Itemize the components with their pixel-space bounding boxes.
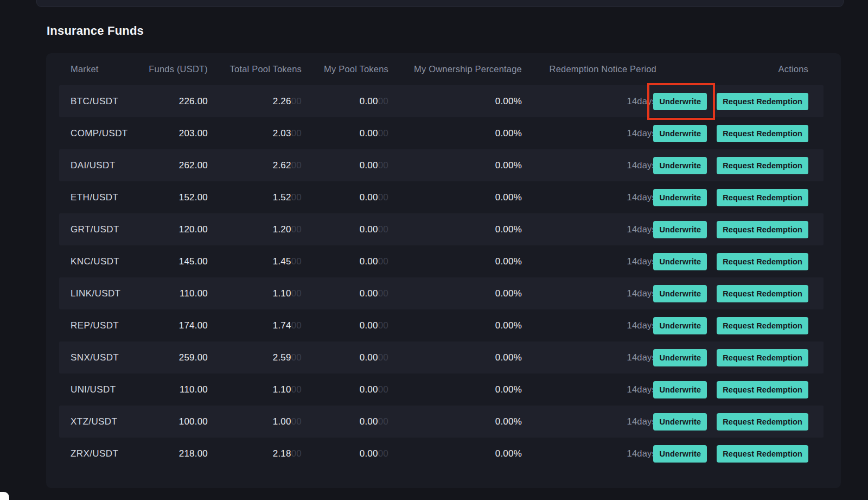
total-pool-tokens-value: 1.10 <box>273 384 291 395</box>
underwrite-button[interactable]: Underwrite <box>653 253 707 270</box>
request-redemption-button[interactable]: Request Redemption <box>717 157 808 174</box>
cell-funds: 262.00 <box>138 149 208 181</box>
cell-actions: Underwrite Request Redemption <box>656 406 824 438</box>
cell-funds: 110.00 <box>138 277 208 309</box>
my-pool-tokens-faded-zeros: 00 <box>378 288 388 299</box>
underwrite-button[interactable]: Underwrite <box>653 349 707 366</box>
cell-notice-period: 14days <box>522 406 656 438</box>
table-row: GRT/USDT 120.00 1.2000 0.0000 0.00% 14da… <box>59 213 824 245</box>
cell-my-pool-tokens: 0.0000 <box>302 149 388 181</box>
cell-market: ETH/USDT <box>59 181 138 213</box>
cell-total-pool-tokens: 1.1000 <box>208 277 302 309</box>
request-redemption-button[interactable]: Request Redemption <box>717 221 808 238</box>
table-row: LINK/USDT 110.00 1.1000 0.0000 0.00% 14d… <box>59 277 824 309</box>
underwrite-button[interactable]: Underwrite <box>653 125 707 142</box>
cell-notice-period: 14days <box>522 181 656 213</box>
my-pool-tokens-faded-zeros: 00 <box>378 96 388 107</box>
table-row: COMP/USDT 203.00 2.0300 0.0000 0.00% 14d… <box>59 117 824 149</box>
my-pool-tokens-faded-zeros: 00 <box>378 384 388 395</box>
cell-actions: Underwrite Request Redemption <box>656 341 824 374</box>
total-pool-tokens-faded-zeros: 00 <box>291 448 302 459</box>
cell-total-pool-tokens: 2.2600 <box>208 85 302 117</box>
table-row: ZRX/USDT 218.00 2.1800 0.0000 0.00% 14da… <box>59 438 824 470</box>
my-pool-tokens-faded-zeros: 00 <box>378 224 388 235</box>
total-pool-tokens-value: 2.03 <box>273 128 291 139</box>
col-header-actions: Actions <box>656 53 824 85</box>
cell-total-pool-tokens: 1.4500 <box>208 245 302 277</box>
request-redemption-button[interactable]: Request Redemption <box>717 125 808 142</box>
cell-total-pool-tokens: 2.1800 <box>208 438 302 470</box>
underwrite-button[interactable]: Underwrite <box>653 221 707 238</box>
cell-ownership-percentage: 0.00% <box>388 213 522 245</box>
col-header-my-pool-tokens: My Pool Tokens <box>302 53 388 85</box>
table-row: SNX/USDT 259.00 2.5900 0.0000 0.00% 14da… <box>59 341 824 374</box>
section-title: Insurance Funds <box>47 24 144 38</box>
cell-my-pool-tokens: 0.0000 <box>302 406 388 438</box>
cell-my-pool-tokens: 0.0000 <box>302 245 388 277</box>
insurance-funds-table-body: BTC/USDT 226.00 2.2600 0.0000 0.00% 14da… <box>59 85 824 470</box>
cell-ownership-percentage: 0.00% <box>388 341 522 374</box>
cell-my-pool-tokens: 0.0000 <box>302 85 388 117</box>
request-redemption-button[interactable]: Request Redemption <box>717 413 808 431</box>
total-pool-tokens-faded-zeros: 00 <box>291 96 302 107</box>
cell-total-pool-tokens: 1.0000 <box>208 406 302 438</box>
cell-ownership-percentage: 0.00% <box>388 309 522 341</box>
cell-funds: 110.00 <box>138 374 208 406</box>
my-pool-tokens-value: 0.00 <box>360 160 378 171</box>
underwrite-button[interactable]: Underwrite <box>653 93 707 110</box>
cell-ownership-percentage: 0.00% <box>388 117 522 149</box>
my-pool-tokens-value: 0.00 <box>360 128 378 139</box>
request-redemption-button[interactable]: Request Redemption <box>717 93 808 110</box>
cell-market: KNC/USDT <box>59 245 138 277</box>
request-redemption-button[interactable]: Request Redemption <box>717 349 808 366</box>
cell-ownership-percentage: 0.00% <box>388 149 522 181</box>
col-header-total-pool-tokens: Total Pool Tokens <box>208 53 302 85</box>
cell-market: UNI/USDT <box>59 374 138 406</box>
underwrite-button[interactable]: Underwrite <box>653 445 707 463</box>
underwrite-button[interactable]: Underwrite <box>653 157 707 174</box>
underwrite-button[interactable]: Underwrite <box>653 285 707 302</box>
request-redemption-button[interactable]: Request Redemption <box>717 445 808 463</box>
request-redemption-button[interactable]: Request Redemption <box>717 285 808 302</box>
cell-ownership-percentage: 0.00% <box>388 181 522 213</box>
underwrite-button[interactable]: Underwrite <box>653 413 707 431</box>
my-pool-tokens-value: 0.00 <box>360 320 378 331</box>
cell-my-pool-tokens: 0.0000 <box>302 117 388 149</box>
cell-funds: 100.00 <box>138 406 208 438</box>
cell-actions: Underwrite Request Redemption <box>656 374 824 406</box>
my-pool-tokens-value: 0.00 <box>360 192 378 203</box>
cell-ownership-percentage: 0.00% <box>388 85 522 117</box>
cell-funds: 152.00 <box>138 181 208 213</box>
table-row: DAI/USDT 262.00 2.6200 0.0000 0.00% 14da… <box>59 149 824 181</box>
cell-market: DAI/USDT <box>59 149 138 181</box>
cell-actions: Underwrite Request Redemption <box>656 181 824 213</box>
total-pool-tokens-value: 2.59 <box>273 352 291 363</box>
cell-funds: 203.00 <box>138 117 208 149</box>
cell-market: BTC/USDT <box>59 85 138 117</box>
total-pool-tokens-value: 2.62 <box>273 160 291 171</box>
cell-notice-period: 14days <box>522 374 656 406</box>
underwrite-button[interactable]: Underwrite <box>653 317 707 334</box>
my-pool-tokens-faded-zeros: 00 <box>378 320 388 331</box>
cell-total-pool-tokens: 2.6200 <box>208 149 302 181</box>
my-pool-tokens-faded-zeros: 00 <box>378 192 388 203</box>
underwrite-button[interactable]: Underwrite <box>653 381 707 398</box>
request-redemption-button[interactable]: Request Redemption <box>717 317 808 334</box>
cell-actions: Underwrite Request Redemption <box>656 309 824 341</box>
total-pool-tokens-faded-zeros: 00 <box>291 128 302 139</box>
cell-my-pool-tokens: 0.0000 <box>302 374 388 406</box>
request-redemption-button[interactable]: Request Redemption <box>717 253 808 270</box>
total-pool-tokens-value: 1.20 <box>273 224 291 235</box>
table-row: REP/USDT 174.00 1.7400 0.0000 0.00% 14da… <box>59 309 824 341</box>
table-row: KNC/USDT 145.00 1.4500 0.0000 0.00% 14da… <box>59 245 824 277</box>
table-row: XTZ/USDT 100.00 1.0000 0.0000 0.00% 14da… <box>59 406 824 438</box>
request-redemption-button[interactable]: Request Redemption <box>717 381 808 398</box>
request-redemption-button[interactable]: Request Redemption <box>717 189 808 206</box>
cell-funds: 174.00 <box>138 309 208 341</box>
cell-market: XTZ/USDT <box>59 406 138 438</box>
total-pool-tokens-faded-zeros: 00 <box>291 384 302 395</box>
my-pool-tokens-faded-zeros: 00 <box>378 416 388 427</box>
underwrite-button[interactable]: Underwrite <box>653 189 707 206</box>
cell-notice-period: 14days <box>522 213 656 245</box>
cell-funds: 259.00 <box>138 341 208 374</box>
